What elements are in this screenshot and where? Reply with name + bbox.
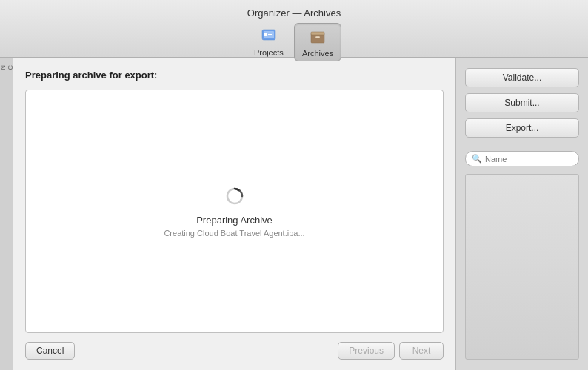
search-icon: 🔍 (472, 154, 482, 164)
tab-archives[interactable]: Archives (294, 23, 341, 61)
tab-projects-label: Projects (254, 48, 284, 57)
dialog-panel: Preparing archive for export: Preparing … (13, 58, 456, 370)
cancel-button[interactable]: Cancel (25, 342, 75, 360)
left-panel-text: NC (0, 65, 14, 70)
svg-rect-3 (268, 33, 273, 33)
scroll-area[interactable] (465, 174, 579, 360)
submit-button[interactable]: Submit... (465, 93, 579, 112)
main-area: NC Preparing archive for export: Prepari… (0, 58, 588, 370)
dialog-title: Preparing archive for export: (25, 70, 444, 81)
validate-button[interactable]: Validate... (465, 68, 579, 87)
window-title: Organizer — Archives (247, 7, 341, 18)
svg-rect-4 (268, 34, 272, 35)
next-button[interactable]: Next (399, 342, 444, 360)
export-button[interactable]: Export... (465, 118, 579, 138)
search-box[interactable]: 🔍 (465, 151, 579, 166)
dialog-buttons: Cancel Previous Next (25, 342, 444, 370)
svg-rect-2 (264, 33, 267, 36)
archives-icon (307, 27, 328, 47)
spinner (224, 185, 246, 207)
toolbar-tabs: Projects Archives (247, 23, 341, 61)
svg-rect-6 (311, 32, 324, 35)
progress-container: Preparing Archive Creating Cloud Boat Tr… (25, 90, 444, 333)
search-input[interactable] (485, 155, 572, 164)
tab-projects[interactable]: Projects (247, 23, 291, 61)
nav-buttons: Previous Next (338, 342, 444, 360)
previous-button[interactable]: Previous (338, 342, 395, 360)
svg-rect-7 (315, 36, 320, 38)
tab-archives-label: Archives (302, 49, 333, 58)
titlebar: Organizer — Archives Projects (0, 0, 588, 58)
right-panel: Validate... Submit... Export... 🔍 (456, 58, 588, 370)
left-panel: NC (0, 58, 13, 370)
projects-icon (258, 26, 279, 47)
preparing-label: Preparing Archive (196, 215, 273, 226)
sub-label: Creating Cloud Boat Travel Agent.ipa... (164, 229, 304, 238)
